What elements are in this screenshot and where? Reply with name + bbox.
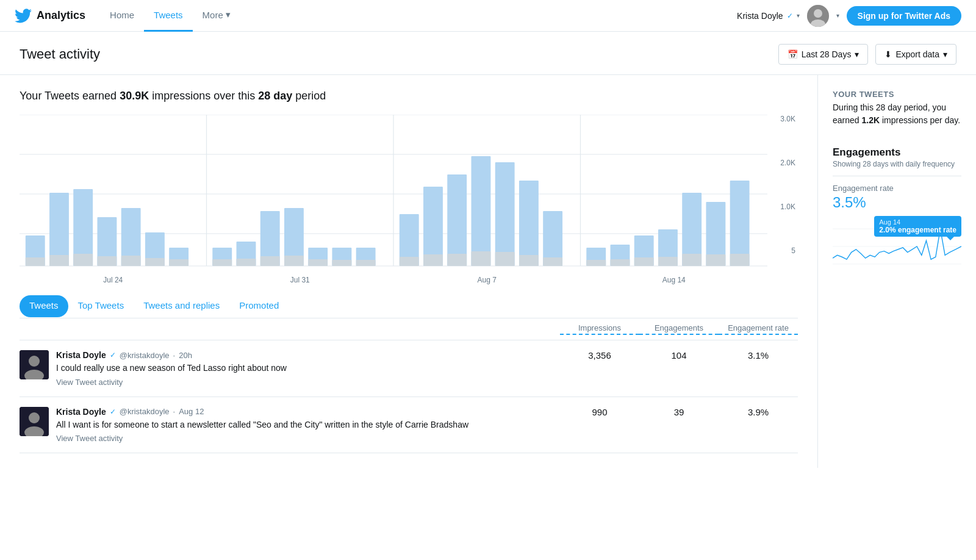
svg-rect-50 — [308, 259, 328, 266]
tweet-body-1: Krista Doyle ✓ @kristakdoyle · 20h I cou… — [56, 350, 553, 387]
svg-rect-30 — [519, 181, 539, 266]
tweet-engagement-rate-1: 3.1% — [719, 350, 798, 361]
svg-rect-56 — [472, 251, 491, 266]
svg-rect-64 — [682, 254, 702, 266]
tab-top-tweets[interactable]: Top Tweets — [68, 294, 134, 318]
nav-more[interactable]: More ▾ — [193, 0, 240, 32]
svg-rect-52 — [356, 260, 376, 266]
export-button[interactable]: ⬇ Export data ▾ — [875, 44, 956, 65]
avatar-image — [807, 5, 829, 27]
twitter-bird-icon — [15, 7, 32, 24]
svg-rect-63 — [658, 257, 678, 266]
verified-icon-1: ✓ — [110, 351, 116, 359]
svg-rect-48 — [260, 256, 280, 266]
tab-tweets-replies[interactable]: Tweets and replies — [134, 294, 229, 318]
nav-home[interactable]: Home — [100, 0, 144, 32]
nav-tweets[interactable]: Tweets — [144, 0, 193, 32]
content-left: Your Tweets earned 30.9K impressions ove… — [0, 75, 817, 468]
svg-point-1 — [814, 9, 822, 18]
tweet-meta-1: Krista Doyle ✓ @kristakdoyle · 20h — [56, 350, 553, 360]
engagements-section: Engagements Showing 28 days with daily f… — [833, 146, 961, 277]
engagement-tooltip: Aug 14 2.0% engagement rate — [874, 216, 961, 237]
chart-y-labels: 3.0K 2.0K 1.0K 5 — [773, 115, 798, 255]
page-title: Tweet activity — [20, 46, 100, 62]
verified-icon-2: ✓ — [110, 407, 116, 416]
view-tweet-activity-1[interactable]: View Tweet activity — [56, 378, 123, 387]
tweet-engagements-2: 39 — [639, 407, 719, 417]
brand-label: Analytics — [37, 9, 85, 22]
svg-point-71 — [29, 412, 40, 423]
tweet-engagements-1: 104 — [639, 350, 719, 361]
tweet-row-2: Krista Doyle ✓ @kristakdoyle · Aug 12 Al… — [20, 397, 798, 454]
col-engagement-rate[interactable]: Engagement rate — [719, 323, 798, 335]
svg-rect-58 — [519, 255, 539, 266]
engagement-chart: Aug 14 2.0% engagement rate — [833, 216, 961, 277]
svg-rect-44 — [145, 258, 165, 266]
user-avatar[interactable] — [807, 5, 829, 27]
navbar: Analytics Home Tweets More ▾ Krista Doyl… — [0, 0, 976, 32]
svg-rect-29 — [495, 162, 515, 266]
impressions-summary: Your Tweets earned 30.9K impressions ove… — [20, 90, 798, 102]
calendar-icon: 📅 — [788, 49, 798, 59]
tab-promoted[interactable]: Promoted — [229, 294, 289, 318]
user-chevron-icon: ▾ — [797, 12, 800, 19]
brand: Analytics — [15, 7, 85, 24]
avatar-2-image — [20, 407, 49, 436]
view-tweet-activity-2[interactable]: View Tweet activity — [56, 434, 123, 443]
svg-rect-62 — [634, 257, 654, 266]
tweet-body-2: Krista Doyle ✓ @kristakdoyle · Aug 12 Al… — [56, 407, 553, 443]
download-icon: ⬇ — [884, 49, 892, 59]
table-header: Impressions Engagements Engagement rate — [20, 318, 798, 340]
chevron-down-icon: ▾ — [226, 9, 231, 20]
date-chevron-icon: ▾ — [855, 49, 859, 59]
tweet-row: Krista Doyle ✓ @kristakdoyle · 20h I cou… — [20, 340, 798, 397]
signup-button[interactable]: Sign up for Twitter Ads — [847, 6, 961, 26]
chart-x-labels: Jul 24 Jul 31 Aug 7 Aug 14 — [20, 273, 767, 284]
navbar-right: Krista Doyle ✓ ▾ ▾ Sign up for Twitter A… — [737, 5, 961, 27]
impressions-chart: 3.0K 2.0K 1.0K 5 Jul 24 Jul 31 Aug 7 Aug… — [20, 115, 798, 284]
svg-rect-43 — [121, 256, 141, 266]
svg-rect-54 — [423, 254, 443, 266]
svg-rect-46 — [212, 259, 232, 266]
tab-tweets[interactable]: Tweets — [20, 295, 68, 317]
user-name: Krista Doyle — [737, 11, 783, 21]
avatar-1-image — [20, 350, 49, 379]
svg-rect-51 — [332, 260, 351, 266]
export-chevron-icon: ▾ — [943, 49, 947, 59]
verified-icon: ✓ — [787, 12, 793, 20]
svg-rect-41 — [73, 254, 93, 266]
tweet-impressions-1: 3,356 — [560, 350, 639, 361]
svg-rect-47 — [237, 259, 256, 266]
svg-rect-61 — [611, 259, 630, 266]
svg-rect-38 — [730, 181, 750, 266]
svg-rect-42 — [98, 256, 117, 266]
main-content: Your Tweets earned 30.9K impressions ove… — [0, 75, 976, 468]
svg-rect-28 — [472, 156, 491, 266]
col-engagements[interactable]: Engagements — [639, 323, 719, 335]
engagements-divider — [833, 176, 961, 176]
nav-links: Home Tweets More ▾ — [100, 0, 240, 32]
user-menu[interactable]: Krista Doyle ✓ ▾ — [737, 11, 799, 21]
col-impressions[interactable]: Impressions — [560, 323, 639, 335]
date-filter-button[interactable]: 📅 Last 28 Days ▾ — [778, 44, 869, 65]
svg-rect-45 — [169, 259, 188, 266]
svg-rect-40 — [49, 255, 69, 266]
tweet-impressions-2: 990 — [560, 407, 639, 417]
svg-rect-65 — [706, 254, 725, 266]
svg-rect-39 — [26, 257, 45, 266]
sidebar-your-tweets-desc: During this 28 day period, you earned 1.… — [833, 101, 961, 127]
svg-rect-57 — [495, 252, 515, 266]
sidebar-your-tweets: YOUR TWEETS During this 28 day period, y… — [833, 90, 961, 127]
tweet-meta-2: Krista Doyle ✓ @kristakdoyle · Aug 12 — [56, 407, 553, 417]
svg-rect-53 — [400, 257, 419, 266]
chart-svg — [20, 115, 767, 273]
svg-rect-49 — [284, 256, 304, 266]
svg-point-68 — [29, 356, 40, 367]
tweet-avatar-1 — [20, 350, 49, 379]
svg-rect-66 — [730, 254, 750, 266]
svg-rect-27 — [447, 174, 467, 266]
header-actions: 📅 Last 28 Days ▾ ⬇ Export data ▾ — [778, 44, 956, 65]
tweet-tabs: Tweets Top Tweets Tweets and replies Pro… — [20, 294, 798, 318]
tweet-avatar-2 — [20, 407, 49, 436]
avatar-chevron-icon[interactable]: ▾ — [836, 12, 839, 19]
